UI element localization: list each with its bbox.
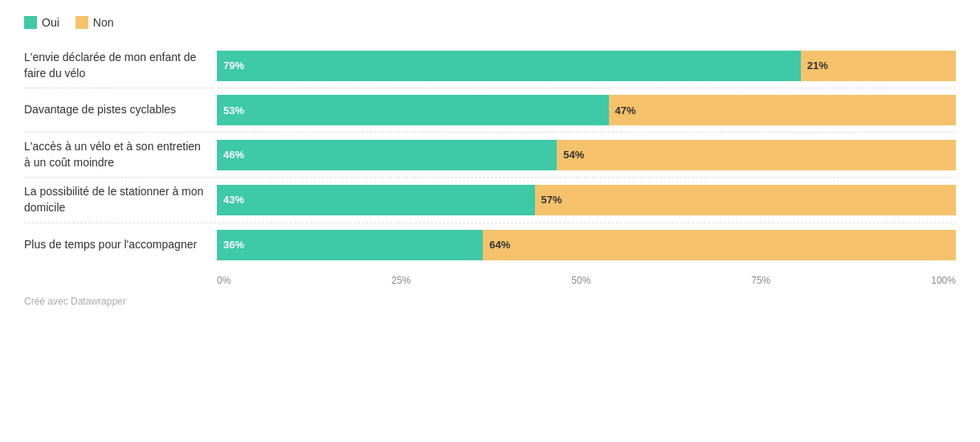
chart-row: Plus de temps pour l'accompagner36%64% xyxy=(24,223,956,267)
row-label: L'accès à un vélo et à son entretien à u… xyxy=(24,139,217,170)
axis-label: 100% xyxy=(931,275,956,286)
legend: Oui Non xyxy=(24,16,956,29)
bar-container: 79%21% xyxy=(217,50,956,81)
row-label: L'envie déclarée de mon enfant de faire … xyxy=(24,50,217,81)
legend-oui-label: Oui xyxy=(42,16,59,29)
bar-oui: 79% xyxy=(217,51,801,81)
axis-labels: 0%25%50%75%100% xyxy=(217,272,956,286)
axis-label: 25% xyxy=(391,275,410,286)
legend-oui: Oui xyxy=(24,16,59,29)
legend-non-box xyxy=(76,16,88,29)
bar-non: 64% xyxy=(483,230,956,260)
bar-wrap: 53%47% xyxy=(217,95,956,125)
axis-row: 0%25%50%75%100% xyxy=(217,267,956,286)
chart-area: L'envie déclarée de mon enfant de faire … xyxy=(24,43,956,267)
bar-container: 43%57% xyxy=(217,184,956,215)
bar-wrap: 36%64% xyxy=(217,230,956,260)
bar-non: 54% xyxy=(557,140,956,170)
chart-row: Davantage de pistes cyclables53%47% xyxy=(24,88,956,133)
bar-wrap: 46%54% xyxy=(217,140,956,170)
bar-non: 47% xyxy=(609,95,956,125)
chart-row: La possibilité de le stationner à mon do… xyxy=(24,178,956,223)
legend-oui-box xyxy=(24,16,37,29)
bar-oui: 53% xyxy=(217,95,609,125)
bar-wrap: 79%21% xyxy=(217,51,956,81)
bar-non: 21% xyxy=(801,51,956,81)
chart-row: L'envie déclarée de mon enfant de faire … xyxy=(24,43,956,88)
bar-oui: 43% xyxy=(217,185,535,215)
row-label: Davantage de pistes cyclables xyxy=(24,95,217,125)
chart-row: L'accès à un vélo et à son entretien à u… xyxy=(24,133,956,178)
bar-oui: 36% xyxy=(217,230,483,260)
bar-container: 46%54% xyxy=(217,139,956,170)
row-label: Plus de temps pour l'accompagner xyxy=(24,230,217,260)
bar-container: 36%64% xyxy=(217,230,956,260)
bar-oui: 46% xyxy=(217,140,557,170)
axis-label: 0% xyxy=(217,275,231,286)
footer: Créé avec Datawrapper xyxy=(24,296,956,307)
axis-label: 50% xyxy=(571,275,590,286)
axis-label: 75% xyxy=(751,275,770,286)
legend-non: Non xyxy=(76,16,114,29)
bar-container: 53%47% xyxy=(217,95,956,125)
row-label: La possibilité de le stationner à mon do… xyxy=(24,184,217,215)
legend-non-label: Non xyxy=(93,16,114,29)
bar-wrap: 43%57% xyxy=(217,185,956,215)
bar-non: 57% xyxy=(535,185,956,215)
